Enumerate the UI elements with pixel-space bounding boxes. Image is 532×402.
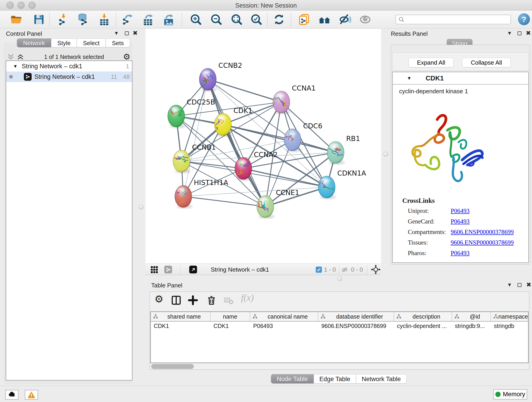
- table-menu-icon[interactable]: ▼: [507, 282, 512, 288]
- crosslink-link[interactable]: P06493: [451, 249, 470, 257]
- table-cell[interactable]: P06493: [250, 323, 318, 329]
- network-edge[interactable]: [183, 196, 265, 206]
- table-cell[interactable]: stringdb:9...: [452, 323, 491, 329]
- open-session-icon[interactable]: [10, 13, 22, 26]
- table-cell[interactable]: CDK1: [210, 323, 250, 329]
- expand-all-button[interactable]: Expand All: [409, 58, 454, 67]
- add-column-icon[interactable]: [188, 295, 199, 306]
- column-header-description[interactable]: description: [394, 312, 452, 321]
- cloud-button[interactable]: [5, 390, 19, 400]
- table-horizontal-scrollbar[interactable]: [150, 364, 529, 370]
- network-edge-count: 48: [123, 73, 130, 80]
- warnings-button[interactable]: [25, 390, 38, 400]
- panel-menu-icon[interactable]: ▼: [114, 30, 119, 36]
- memory-button[interactable]: Memory: [493, 389, 527, 400]
- column-header-database-identifier[interactable]: database identifier: [318, 312, 394, 321]
- table-tabs: Node TableEdge TableNetwork Table: [271, 374, 406, 383]
- network-edge[interactable]: [208, 79, 281, 102]
- search-input[interactable]: [406, 16, 510, 23]
- network-edge[interactable]: [243, 168, 327, 187]
- tab-select[interactable]: Select: [77, 38, 106, 47]
- crosslinks-title: CrossLinks: [393, 196, 528, 206]
- left-splitter-handle[interactable]: [139, 205, 143, 210]
- table-close-icon[interactable]: ✖: [526, 281, 531, 288]
- zoom-out-icon[interactable]: [210, 13, 222, 26]
- results-close-icon[interactable]: ✖: [526, 30, 531, 37]
- tab-style[interactable]: Style: [51, 38, 77, 47]
- save-session-icon[interactable]: [33, 13, 45, 26]
- table-float-icon[interactable]: [518, 283, 521, 287]
- node-label: RB1: [346, 134, 360, 143]
- gene-collapse-triangle-icon[interactable]: ▼: [407, 76, 412, 81]
- column-type-icon: [321, 314, 326, 319]
- column-header-namespace[interactable]: namespace: [491, 312, 528, 321]
- hide-selected-eye-slash-icon[interactable]: [339, 13, 351, 26]
- export-network-icon[interactable]: [122, 13, 134, 26]
- collapse-all-trees-icon[interactable]: [7, 53, 14, 60]
- network-edge[interactable]: [208, 79, 265, 206]
- export-table-icon[interactable]: [142, 13, 155, 26]
- crosslink-label: Pharos:: [408, 249, 451, 257]
- crosslink-link[interactable]: P06493: [451, 218, 470, 225]
- selected-nodes-checkbox-icon[interactable]: [316, 267, 322, 273]
- network-graph[interactable]: CCNB2CCNA1CDC25BCDK1CDC6RB1CCNB1CCNA2CDK…: [146, 29, 381, 264]
- collapse-triangle-icon[interactable]: ▼: [13, 64, 18, 69]
- tab-sets[interactable]: Sets: [106, 38, 130, 47]
- birds-eye-grid-icon[interactable]: [151, 266, 158, 274]
- column-type-icon: [253, 314, 258, 319]
- results-menu-icon[interactable]: ▼: [507, 30, 512, 36]
- crosslink-link[interactable]: P06493: [451, 207, 470, 215]
- clone-network-icon[interactable]: [298, 13, 310, 26]
- table-row[interactable]: CDK1CDK1P064939606.ENSP00000378699cyclin…: [151, 322, 528, 330]
- scrollbar-thumb[interactable]: [151, 364, 194, 369]
- network-share-icon[interactable]: [164, 266, 172, 274]
- column-header-name[interactable]: name: [210, 312, 250, 321]
- export-image-icon[interactable]: [163, 13, 175, 26]
- tab-node-table[interactable]: Node Table: [271, 374, 314, 383]
- zoom-fit-icon[interactable]: [230, 13, 243, 26]
- open-in-new-window-icon[interactable]: [189, 266, 197, 274]
- expand-all-trees-icon[interactable]: [17, 53, 24, 60]
- crosslink-row: Pharos:P06493: [393, 248, 528, 258]
- first-neighbors-houses-icon[interactable]: [318, 13, 331, 26]
- table-cell[interactable]: CDK1: [151, 323, 210, 329]
- results-panel-title: Results Panel: [391, 30, 428, 37]
- node-table: shared namenamecanonical namedatabase id…: [150, 312, 529, 363]
- table-panel-title: Table Panel: [151, 282, 182, 289]
- crosslink-link[interactable]: 9606.ENSP00000378699: [451, 239, 514, 246]
- show-all-eye-icon[interactable]: [359, 13, 371, 26]
- show-columns-icon[interactable]: [171, 295, 182, 306]
- column-header-canonical-name[interactable]: canonical name: [250, 312, 318, 321]
- right-splitter-handle[interactable]: [383, 152, 388, 157]
- tab-network-table[interactable]: Network Table: [356, 374, 407, 383]
- network-canvas[interactable]: CCNB2CCNA1CDC25BCDK1CDC6RB1CCNB1CCNA2CDK…: [146, 29, 381, 264]
- help-icon[interactable]: ?: [518, 13, 530, 25]
- network-edge[interactable]: [181, 161, 243, 168]
- table-options-gear-icon[interactable]: ⚙: [154, 294, 165, 305]
- collapse-all-button[interactable]: Collapse All: [462, 58, 511, 67]
- import-network-from-database-icon[interactable]: [77, 13, 89, 26]
- column-header-@id[interactable]: @id: [452, 312, 491, 321]
- import-table-icon[interactable]: [98, 13, 110, 26]
- pan-crosshair-icon[interactable]: [371, 264, 381, 274]
- network-options-gear-icon[interactable]: ⚙: [123, 53, 130, 61]
- delete-column-trash-icon[interactable]: [206, 295, 217, 306]
- table-cell[interactable]: cyclin-dependent ...: [394, 323, 452, 329]
- import-network-icon[interactable]: [57, 13, 70, 26]
- results-float-icon[interactable]: [518, 32, 521, 35]
- table-cell[interactable]: stringdb: [491, 323, 528, 329]
- panel-close-icon[interactable]: ✖: [133, 30, 138, 37]
- panel-float-icon[interactable]: [125, 32, 129, 35]
- zoom-selected-icon[interactable]: [250, 13, 263, 26]
- network-collection-row[interactable]: ▼ String Network – cdk1 1: [6, 61, 132, 71]
- gene-section-header[interactable]: ▼ CDK1: [393, 72, 528, 85]
- tab-edge-table[interactable]: Edge Table: [314, 374, 356, 383]
- zoom-in-icon[interactable]: [190, 13, 202, 26]
- table-container: ⚙ f(x) shared namenamecanonical namedata…: [150, 292, 529, 370]
- refresh-icon[interactable]: [273, 13, 285, 26]
- table-cell[interactable]: 9606.ENSP00000378699: [318, 323, 394, 329]
- crosslink-link[interactable]: 9606.ENSP00000378699: [451, 229, 514, 236]
- tab-network[interactable]: Network: [17, 38, 51, 47]
- column-header-shared-name[interactable]: shared name: [151, 312, 210, 321]
- network-row[interactable]: String Network – cdk1 11 48: [6, 71, 132, 82]
